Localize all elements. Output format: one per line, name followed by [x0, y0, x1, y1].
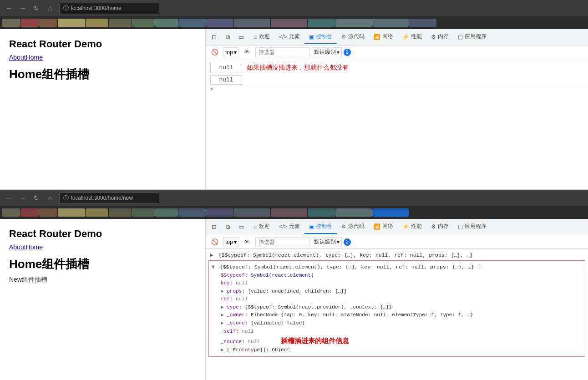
- tab-memory-2[interactable]: ⚙ 内存: [426, 220, 453, 234]
- elements-icon-1: </>: [279, 34, 287, 40]
- error-badge-1: 2: [344, 49, 351, 56]
- back-button-2[interactable]: ←: [5, 193, 14, 203]
- tab-console-1[interactable]: ▣ 控制台: [304, 30, 337, 44]
- obj-prop-type[interactable]: ▶ type: {$$typeof: Symbol(react.provider…: [212, 304, 582, 312]
- browser-window-1: ← → ↻ ⌂ ⓘ localhost:3000/home: [0, 0, 588, 190]
- devtools-tabs-1: ⊡ ⧉ ▭ ⌂ 欢迎 </> 元素 ▣ 控制台 ⚙ 源代: [206, 29, 588, 46]
- slot-title-1: Home组件插槽: [9, 66, 196, 82]
- tab-performance-1[interactable]: ⚡ 性能: [398, 30, 426, 44]
- webpage-panel-1: React Router Demo AboutHome Home组件插槽: [0, 29, 206, 189]
- obj-prop-props[interactable]: ▶ props: {value: undefined, children: {……: [212, 288, 582, 296]
- sub-slot-2: New组件插槽: [9, 276, 196, 284]
- bookmarks-bar-1: [0, 16, 588, 29]
- memory-icon-1: ⚙: [431, 34, 436, 40]
- dt-device-button-2[interactable]: ▭: [235, 221, 248, 233]
- top-label-2: top: [225, 239, 233, 245]
- obj-prop-owner[interactable]: ▶ _owner: FiberNode {tag: 0, key: null, …: [212, 311, 582, 319]
- highlighted-header[interactable]: ▼ {$$typeof: Symbol(react.element), type…: [212, 263, 582, 271]
- forward-button-2[interactable]: →: [18, 193, 27, 203]
- dt-inspect-button-2[interactable]: ⧉: [221, 221, 234, 233]
- level-arrow-1: ▾: [337, 49, 340, 56]
- sources-icon-2: ⚙: [341, 223, 346, 230]
- tab-network-1[interactable]: 📶 网络: [369, 30, 398, 44]
- tab-welcome-2[interactable]: ⌂ 欢迎: [249, 220, 274, 234]
- dropdown-arrow-2: ▾: [234, 239, 237, 245]
- level-label-2: 默认级别: [314, 238, 336, 246]
- console-row-null2: null: [206, 74, 588, 86]
- address-bar-1[interactable]: ⓘ localhost:3000/home: [59, 3, 159, 14]
- application-icon-1: ▢: [458, 34, 463, 40]
- tab-sources-1[interactable]: ⚙ 源代码: [337, 30, 369, 44]
- tab-performance-2[interactable]: ⚡ 性能: [398, 220, 426, 234]
- tab-network-2[interactable]: 📶 网络: [369, 220, 398, 234]
- dt-inspect-button-1[interactable]: ⧉: [221, 31, 234, 44]
- level-select-1[interactable]: 默认级别 ▾: [312, 47, 342, 57]
- about-home-link-2[interactable]: AboutHome: [9, 243, 196, 251]
- content-split-2: React Router Demo AboutHome Home组件插槽 New…: [0, 219, 588, 380]
- address-bar-2[interactable]: ⓘ localhost:3000/home/new: [59, 193, 159, 204]
- error-badge-2: 2: [344, 238, 351, 246]
- tab-sources-2[interactable]: ⚙ 源代码: [337, 220, 369, 234]
- console-obj-line-1[interactable]: ▶ {$$typeof: Symbol(react.element), type…: [206, 251, 588, 259]
- top-dropdown-2[interactable]: top ▾: [223, 237, 239, 247]
- forward-button-1[interactable]: →: [18, 4, 27, 13]
- bookmark-colors-1: [2, 19, 436, 27]
- null-value-1: null: [210, 63, 242, 72]
- tab-memory-1[interactable]: ⚙ 内存: [426, 30, 453, 44]
- filter-input-2[interactable]: [255, 237, 310, 247]
- application-icon-2: ▢: [458, 223, 463, 230]
- obj-prop-prototype[interactable]: ▶ [[Prototype]]: Object: [212, 346, 582, 355]
- performance-icon-1: ⚡: [402, 34, 409, 40]
- refresh-button-2[interactable]: ↻: [32, 193, 41, 203]
- filter-input-1[interactable]: [255, 47, 310, 57]
- tab-elements-2[interactable]: </> 元素: [274, 220, 304, 234]
- elements-icon-2: </>: [279, 223, 287, 230]
- browser-window-2: ← → ↻ ⌂ ⓘ localhost:3000/home/new: [0, 190, 588, 380]
- console-icon-1: ▣: [309, 34, 314, 40]
- tab-welcome-1[interactable]: ⌂ 欢迎: [249, 30, 274, 44]
- null-value-2: null: [210, 75, 242, 85]
- obj-text-1: {$$typeof: Symbol(react.element), type: …: [218, 252, 473, 258]
- devtools-tabs-2: ⊡ ⧉ ▭ ⌂ 欢迎 </> 元素 ▣ 控制台 ⚙ 源代: [206, 219, 588, 235]
- sources-icon-1: ⚙: [341, 34, 346, 40]
- performance-icon-2: ⚡: [402, 223, 409, 230]
- home-button-1[interactable]: ⌂: [46, 4, 55, 13]
- top-dropdown-1[interactable]: top ▾: [223, 47, 239, 57]
- dt-device-button-1[interactable]: ▭: [235, 31, 248, 44]
- dropdown-arrow-1: ▾: [234, 49, 237, 56]
- dt-dock-button-1[interactable]: ⊡: [208, 31, 220, 44]
- content-split-1: React Router Demo AboutHome Home组件插槽 ⊡ ⧉…: [0, 29, 588, 189]
- top-label-1: top: [225, 49, 233, 56]
- eye-btn-1[interactable]: 👁: [241, 46, 253, 59]
- eye-btn-2[interactable]: 👁: [241, 236, 253, 248]
- level-select-2[interactable]: 默认级别 ▾: [312, 237, 342, 247]
- obj-prop-self: _self: null: [212, 328, 582, 336]
- back-button-1[interactable]: ←: [5, 4, 14, 13]
- collapse-arrow-1: ▶: [210, 252, 213, 258]
- home-button-2[interactable]: ⌂: [46, 193, 55, 203]
- webpage-panel-2: React Router Demo AboutHome Home组件插槽 New…: [0, 219, 206, 380]
- tab-console-2[interactable]: ▣ 控制台: [304, 220, 337, 234]
- console-output-1[interactable]: null 如果插槽没插进来，那就什么都没有 null >: [206, 59, 588, 189]
- clear-console-btn-1[interactable]: 🚫: [208, 46, 221, 59]
- console-output-2[interactable]: ▶ {$$typeof: Symbol(react.element), type…: [206, 249, 588, 380]
- expand-arrow-obj: ▼: [212, 264, 215, 270]
- memory-icon-2: ⚙: [431, 223, 436, 230]
- tab-elements-1[interactable]: </> 元素: [274, 30, 304, 44]
- network-icon-2: 📶: [374, 223, 380, 230]
- tab-application-1[interactable]: ▢ 应用程序: [453, 30, 491, 44]
- console-row-null1: null 如果插槽没插进来，那就什么都没有: [206, 61, 588, 74]
- url-text-2: localhost:3000/home/new: [71, 195, 133, 201]
- dt-dock-button-2[interactable]: ⊡: [208, 221, 220, 233]
- obj-prop-store[interactable]: ▶ _store: {validated: false}: [212, 319, 582, 328]
- tab-application-2[interactable]: ▢ 应用程序: [453, 220, 491, 234]
- devtools-tab-icons-2: ⊡ ⧉ ▭: [208, 221, 248, 233]
- info-icon-2: ⓘ: [63, 194, 69, 202]
- refresh-button-1[interactable]: ↻: [32, 4, 41, 13]
- highlighted-obj-block: ▼ {$$typeof: Symbol(react.element), type…: [208, 260, 585, 357]
- page-title-1: React Router Demo: [9, 38, 196, 50]
- clear-console-btn-2[interactable]: 🚫: [208, 236, 221, 248]
- console-icon-2: ▣: [309, 223, 314, 230]
- expand-arrow-1[interactable]: >: [206, 86, 588, 93]
- about-home-link-1[interactable]: AboutHome: [9, 54, 196, 61]
